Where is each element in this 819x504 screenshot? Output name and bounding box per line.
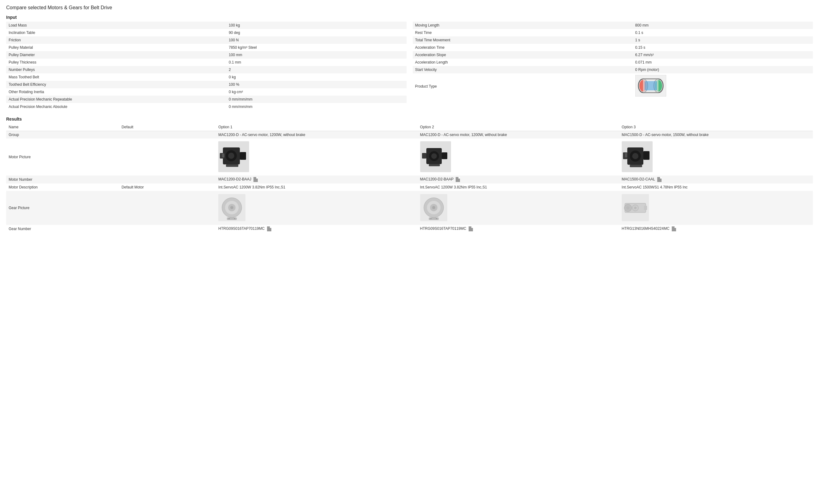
results-table: Name Default Option 1 Option 2 Option 3 … bbox=[6, 123, 813, 233]
input-right-row: Start Velocity0 Rpm (motor) bbox=[413, 66, 813, 73]
input-left-row: Inclination Table90 deg bbox=[6, 29, 407, 36]
gear-number-label: Gear Number bbox=[6, 225, 119, 233]
input-left-value: 90 deg bbox=[226, 29, 406, 36]
svg-rect-45 bbox=[429, 217, 439, 220]
gear-doc-icon-opt1[interactable] bbox=[267, 226, 271, 231]
motor-doc-icon-opt2[interactable] bbox=[456, 177, 460, 182]
motor-doc-icon-opt1[interactable] bbox=[254, 177, 258, 182]
input-right-row: Acceleration Length0.071 mm bbox=[413, 59, 813, 66]
results-section: Results Name Default Option 1 Option 2 O… bbox=[6, 117, 813, 233]
input-left-value: 100 mm bbox=[226, 51, 406, 59]
input-right-value bbox=[633, 73, 813, 99]
input-right-label: Acceleration Length bbox=[413, 59, 633, 66]
input-right-label: Acceleration Slope bbox=[413, 51, 633, 59]
col-opt1-header: Option 1 bbox=[216, 123, 417, 131]
input-left-value: 0 mm/mm/mm bbox=[226, 103, 406, 110]
svg-rect-31 bbox=[625, 153, 627, 157]
gear-picture-opt3 bbox=[619, 191, 813, 225]
input-right-value: 0.15 s bbox=[633, 44, 813, 51]
input-left-value: 2 bbox=[226, 66, 406, 73]
svg-rect-52 bbox=[644, 206, 647, 210]
motor-number-opt1: MAC1200-D2-BAAJ bbox=[216, 176, 417, 184]
input-left-value: 7850 kg/m³ Steel bbox=[226, 44, 406, 51]
motor-picture-opt3 bbox=[619, 138, 813, 176]
input-left-row: Actual Precision Mechanic Repeatable0 mm… bbox=[6, 96, 407, 103]
input-right-value: 0.1 s bbox=[633, 29, 813, 36]
motor-num-opt2-text: MAC1200-D2-BAAP bbox=[420, 177, 454, 181]
svg-point-47 bbox=[436, 218, 437, 219]
gear-number-opt1: HTRG09S016TAP70119MC bbox=[216, 225, 417, 233]
group-opt3: MAC1500-D - AC-servo motor, 1500W, witho… bbox=[619, 131, 813, 139]
gear-number-opt2: HTRG09S016TAP70119MC bbox=[418, 225, 619, 233]
motor-description-opt1: Int.ServoAC 1200W 3.82Nm IP55 Inc,S1 bbox=[216, 184, 417, 191]
table-row-motor-picture: Motor Picture bbox=[6, 138, 813, 176]
svg-point-46 bbox=[430, 218, 432, 219]
gear-number-opt3: HTRG13N016MHS40224MC bbox=[619, 225, 813, 233]
gear-doc-icon-opt3[interactable] bbox=[672, 226, 676, 231]
input-left-label: Pulley Material bbox=[6, 44, 226, 51]
input-left-row: Pulley Material7850 kg/m³ Steel bbox=[6, 44, 407, 51]
input-right-label: Acceleration Time bbox=[413, 44, 633, 51]
input-section: Load Mass100 kgInclination Table90 degFr… bbox=[6, 22, 813, 110]
col-opt3-header: Option 3 bbox=[619, 123, 813, 131]
input-left-label: Mass Toothed Belt bbox=[6, 73, 226, 81]
input-right-value: 0.071 mm bbox=[633, 59, 813, 66]
input-left-value: 0.1 mm bbox=[226, 59, 406, 66]
svg-point-51 bbox=[627, 206, 630, 209]
group-default bbox=[119, 131, 216, 139]
input-left-label: Inclination Table bbox=[6, 29, 226, 36]
motor-num-opt3-text: MAC1500-D2-CAAL bbox=[622, 177, 655, 181]
input-left-row: Number Pulleys2 bbox=[6, 66, 407, 73]
motor-image-opt2 bbox=[420, 141, 451, 172]
motor-picture-opt1 bbox=[216, 138, 417, 176]
gear-image-opt1 bbox=[218, 194, 246, 221]
svg-rect-16 bbox=[222, 154, 225, 157]
input-left-row: Pulley Thickness0.1 mm bbox=[6, 59, 407, 66]
table-row-gear-picture: Gear Picture bbox=[6, 191, 813, 225]
col-opt2-header: Option 2 bbox=[418, 123, 619, 131]
input-left-label: Actual Precision Mechanic Absolute bbox=[6, 103, 226, 110]
gear-picture-opt1 bbox=[216, 191, 417, 225]
gear-picture-label: Gear Picture bbox=[6, 191, 119, 225]
motor-description-default: Default Motor bbox=[119, 184, 216, 191]
motor-description-opt3: Int.ServoAC 1500WS1 4.78Nm IP55 Inc bbox=[619, 184, 813, 191]
input-left-label: Friction bbox=[6, 36, 226, 44]
input-left-row: Pulley Diameter100 mm bbox=[6, 51, 407, 59]
svg-rect-23 bbox=[429, 164, 440, 166]
input-left-column: Load Mass100 kgInclination Table90 degFr… bbox=[6, 22, 407, 110]
col-name-header: Name bbox=[6, 123, 119, 131]
motor-number-opt3: MAC1500-D2-CAAL bbox=[619, 176, 813, 184]
svg-rect-37 bbox=[227, 217, 237, 220]
input-left-row: Friction100 N bbox=[6, 36, 407, 44]
gear-doc-icon-opt2[interactable] bbox=[469, 226, 473, 231]
svg-point-22 bbox=[431, 153, 437, 159]
input-right-row: Rest Time0.1 s bbox=[413, 29, 813, 36]
svg-point-44 bbox=[432, 206, 435, 209]
col-default-header: Default bbox=[119, 123, 216, 131]
motor-image-opt3 bbox=[622, 141, 653, 172]
input-left-label: Load Mass bbox=[6, 22, 226, 29]
table-row-motor-number: Motor Number MAC1200-D2-BAAJ MAC1200-D2-… bbox=[6, 176, 813, 184]
svg-rect-8 bbox=[645, 81, 657, 90]
gear-picture-opt2 bbox=[418, 191, 619, 225]
results-header-row: Name Default Option 1 Option 2 Option 3 bbox=[6, 123, 813, 131]
svg-point-29 bbox=[632, 153, 639, 159]
group-label: Group bbox=[6, 131, 119, 139]
input-left-row: Toothed Belt Efficiency100 % bbox=[6, 81, 407, 88]
input-right-row: Acceleration Time0.15 s bbox=[413, 44, 813, 51]
motor-doc-icon-opt3[interactable] bbox=[657, 177, 662, 182]
motor-description-label: Motor Description bbox=[6, 184, 119, 191]
group-opt1: MAC1200-D - AC-servo motor, 1200W, witho… bbox=[216, 131, 417, 139]
input-left-label: Toothed Belt Efficiency bbox=[6, 81, 226, 88]
motor-num-opt1-text: MAC1200-D2-BAAJ bbox=[218, 177, 251, 181]
input-right-value: 0 Rpm (motor) bbox=[633, 66, 813, 73]
input-left-row: Other Rotating Inertia0 kg·cm² bbox=[6, 88, 407, 96]
input-left-label: Actual Precision Mechanic Repeatable bbox=[6, 96, 226, 103]
input-left-label: Other Rotating Inertia bbox=[6, 88, 226, 96]
gear-number-default bbox=[119, 225, 216, 233]
gear-image-opt2 bbox=[420, 194, 447, 221]
motor-image-opt1 bbox=[218, 141, 249, 172]
svg-point-36 bbox=[230, 206, 234, 209]
input-section-title: Input bbox=[6, 15, 813, 20]
input-left-label: Pulley Diameter bbox=[6, 51, 226, 59]
